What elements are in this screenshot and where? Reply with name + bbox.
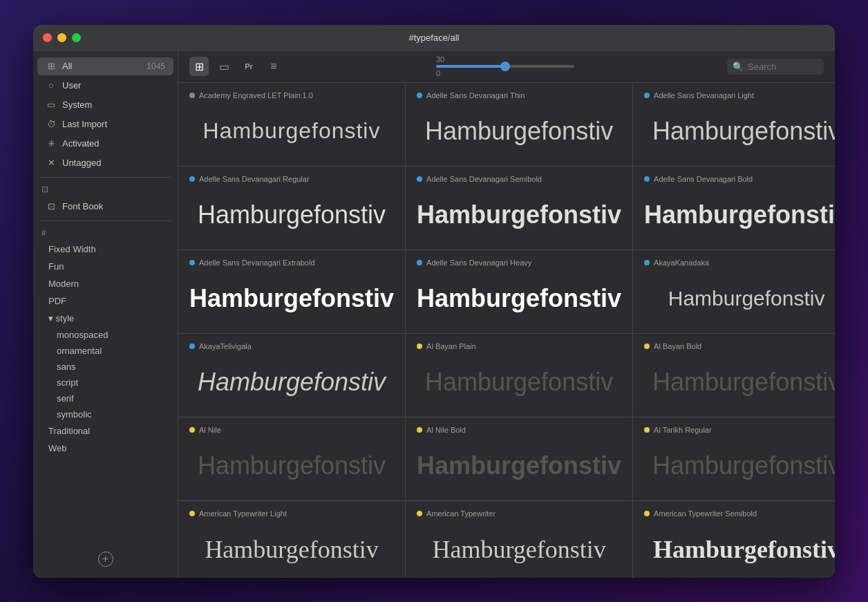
font-dot-12 — [189, 427, 195, 433]
font-cell-10[interactable]: Al Bayan Plain Hamburgefonstiv — [406, 334, 632, 417]
font-cell-header-13: Al Nile Bold — [417, 426, 621, 434]
sidebar-item-system[interactable]: ▭ System — [37, 96, 173, 114]
font-cell-0[interactable]: Academy Engraved LET Plain:1.0 Hamburgef… — [178, 83, 405, 166]
font-preview-1: Hamburgefonstiv — [417, 105, 621, 158]
sidebar-item-pdf[interactable]: PDF — [37, 293, 173, 309]
font-cell-header-4: Adelle Sans Devanagari Semibold — [417, 175, 621, 183]
font-name-4: Adelle Sans Devanagari Semibold — [426, 175, 542, 183]
minimize-button[interactable] — [57, 33, 66, 42]
font-grid: Academy Engraved LET Plain:1.0 Hamburgef… — [178, 83, 835, 578]
font-name-5: Adelle Sans Devanagari Bold — [654, 175, 753, 183]
sidebar-item-last-import[interactable]: ⏱ Last Import — [37, 115, 173, 133]
font-cell-11[interactable]: Al Bayan Bold Hamburgefonstiv — [633, 334, 835, 417]
slider-track[interactable] — [436, 65, 574, 68]
font-name-12: Al Nile — [199, 426, 221, 434]
sidebar-item-symbolic[interactable]: symbolic — [37, 407, 173, 422]
font-name-8: AkayaKanadaka — [654, 258, 709, 267]
font-cell-2[interactable]: Adelle Sans Devanagari Light Hamburgefon… — [633, 83, 835, 166]
sidebar-item-user[interactable]: ○ User — [37, 77, 173, 95]
font-cell-header-11: Al Bayan Bold — [644, 342, 835, 350]
font-cell-header-7: Adelle Sans Devanagari Heavy — [417, 258, 621, 267]
font-preview-0: Hamburgefonstiv — [189, 105, 394, 158]
sidebar-item-sans[interactable]: sans — [37, 359, 173, 374]
font-name-15: American Typewriter Light — [199, 509, 287, 518]
tag-label-script: script — [57, 377, 78, 388]
font-dot-2 — [644, 93, 650, 98]
font-dot-9 — [189, 344, 195, 349]
tag-label-fixed-width: Fixed Width — [48, 244, 96, 254]
sidebar-item-fixed-width[interactable]: Fixed Width — [37, 241, 173, 257]
font-cell-7[interactable]: Adelle Sans Devanagari Heavy Hamburgefon… — [406, 250, 632, 333]
font-name-3: Adelle Sans Devanagari Regular — [199, 175, 310, 183]
font-cell-16[interactable]: American Typewriter Hamburgefonstiv — [406, 501, 632, 578]
sidebar-item-script[interactable]: script — [37, 375, 173, 390]
sidebar-item-web[interactable]: Web — [37, 440, 173, 456]
font-cell-4[interactable]: Adelle Sans Devanagari Semibold Hamburge… — [406, 167, 632, 250]
sidebar-item-serif[interactable]: serif — [37, 391, 173, 406]
sidebar-item-modern[interactable]: Modern — [37, 276, 173, 292]
font-preview-16: Hamburgefonstiv — [417, 523, 621, 576]
grid-view-button[interactable]: ⊞ — [189, 57, 209, 76]
sidebar-item-untagged[interactable]: ✕ Untagged — [37, 154, 173, 172]
font-cell-17[interactable]: American Typewriter Semibold Hamburgefon… — [633, 501, 835, 578]
sidebar-item-style[interactable]: ▾ style — [37, 310, 173, 326]
sidebar-count-all: 1045 — [147, 62, 165, 71]
font-dot-1 — [417, 93, 422, 98]
search-box[interactable]: 🔍 — [727, 59, 824, 75]
font-cell-5[interactable]: Adelle Sans Devanagari Bold Hamburgefons… — [633, 167, 835, 250]
sidebar-label-untagged: Untagged — [62, 158, 165, 168]
sidebar-item-ornamental[interactable]: ornamental — [37, 344, 173, 358]
font-cell-14[interactable]: Al Tarikh Regular Hamburgefonstiv — [633, 417, 835, 500]
divider-2 — [40, 220, 171, 221]
sidebar-label-font-book: Font Book — [62, 201, 165, 211]
font-dot-8 — [644, 260, 650, 265]
window-view-button[interactable]: ▭ — [214, 57, 234, 76]
list-view-button[interactable]: ≡ — [264, 57, 283, 76]
font-preview-11: Hamburgefonstiv — [644, 356, 835, 408]
slider-thumb[interactable] — [500, 62, 510, 71]
tag-label-web: Web — [48, 443, 67, 453]
pr-view-button[interactable]: Pr — [239, 57, 258, 76]
font-dot-3 — [189, 176, 195, 182]
font-cell-13[interactable]: Al Nile Bold Hamburgefonstiv — [406, 417, 632, 500]
font-cell-header-15: American Typewriter Light — [189, 509, 394, 518]
font-cell-8[interactable]: AkayaKanadaka Hamburgefonstiv — [633, 250, 835, 333]
sidebar-item-font-book[interactable]: ⊡ Font Book — [37, 198, 173, 216]
close-button[interactable] — [43, 33, 52, 42]
font-cell-header-17: American Typewriter Semibold — [644, 509, 835, 518]
font-cell-header-6: Adelle Sans Devanagari Extrabold — [189, 258, 394, 267]
search-input[interactable] — [748, 62, 817, 72]
maximize-button[interactable] — [72, 33, 81, 42]
sidebar-item-traditional[interactable]: Traditional — [37, 423, 173, 439]
slider-min-label: 0 — [436, 69, 440, 77]
font-dot-4 — [417, 176, 422, 182]
font-preview-2: Hamburgefonstiv — [644, 105, 835, 158]
tag-label-traditional: Traditional — [48, 426, 90, 436]
tag-label-style: ▾ style — [48, 313, 74, 323]
link-icon: ⊡ — [41, 185, 48, 194]
sidebar-item-monospaced[interactable]: monospaced — [37, 328, 173, 342]
add-collection-button[interactable]: + — [98, 552, 113, 567]
grid-icon: ⊞ — [46, 61, 57, 72]
font-cell-12[interactable]: Al Nile Hamburgefonstiv — [178, 417, 405, 500]
font-cell-15[interactable]: American Typewriter Light Hamburgefonsti… — [178, 501, 405, 578]
font-cell-header-9: AkayaTelivigala — [189, 342, 394, 350]
sidebar-item-all[interactable]: ⊞ All 1045 — [37, 57, 173, 75]
search-icon: 🔍 — [733, 62, 744, 72]
font-cell-6[interactable]: Adelle Sans Devanagari Extrabold Hamburg… — [178, 250, 405, 333]
font-cell-header-8: AkayaKanadaka — [644, 258, 835, 267]
font-name-14: Al Tarikh Regular — [654, 426, 712, 434]
font-dot-0 — [189, 93, 195, 98]
font-dot-11 — [644, 344, 650, 349]
font-dot-5 — [644, 176, 650, 182]
font-size-slider-container: 30 0 — [436, 55, 574, 77]
font-cell-9[interactable]: AkayaTelivigala Hamburgefonstiv — [178, 334, 405, 417]
tag-label-ornamental: ornamental — [57, 346, 102, 356]
sidebar-item-activated[interactable]: ✳ Activated — [37, 135, 173, 153]
sidebar-item-fun[interactable]: Fun — [37, 258, 173, 274]
sidebar-label-all: All — [62, 61, 141, 71]
font-cell-1[interactable]: Adelle Sans Devanagari Thin Hamburgefons… — [406, 83, 632, 166]
font-cell-3[interactable]: Adelle Sans Devanagari Regular Hamburgef… — [178, 167, 405, 250]
divider-1 — [40, 177, 171, 178]
main-content: ⊞ ▭ Pr ≡ 30 0 — [178, 51, 835, 578]
